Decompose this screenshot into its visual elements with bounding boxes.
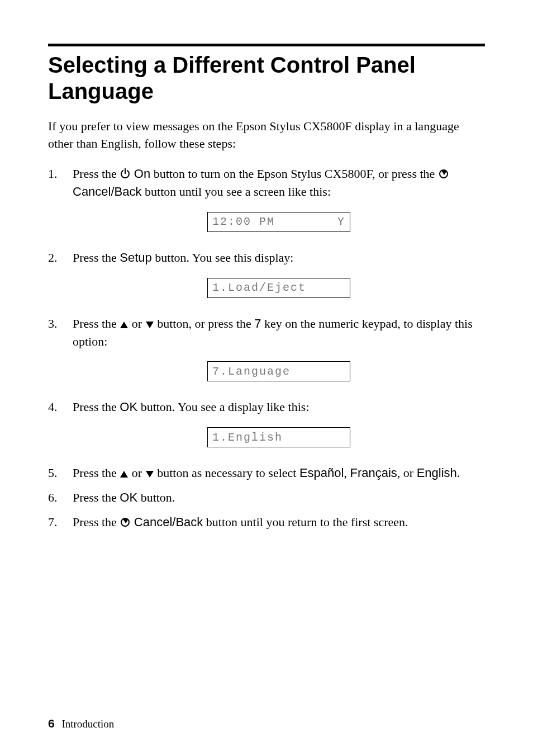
cancel-back-icon (121, 518, 130, 527)
step-text: or (129, 316, 145, 330)
down-arrow-icon (146, 471, 154, 478)
step-text: button, or press the (154, 316, 255, 330)
step-7: 7. Press the Cancel/Back button until yo… (73, 513, 485, 531)
up-arrow-icon (120, 322, 128, 328)
lcd-text: 7.Language (212, 363, 291, 380)
lcd-text: 1.Load/Eject (212, 280, 306, 296)
step-number: 6. (48, 489, 58, 507)
key-7-label: 7 (254, 316, 261, 330)
lcd-display-4: 1.English (207, 427, 350, 447)
up-arrow-icon (120, 471, 128, 478)
step-number: 7. (48, 513, 58, 531)
step-text: button until you return to the first scr… (203, 515, 408, 529)
lcd-display-2: 1.Load/Eject (207, 278, 350, 298)
cancel-back-button-label: Cancel/Back (134, 515, 203, 529)
lcd-text-left: 12:00 PM (212, 214, 275, 230)
step-text: button. You see this display: (152, 251, 294, 264)
step-text: Press the (73, 400, 120, 414)
step-text: button. You see a display like this: (137, 400, 309, 414)
ok-button-label: OK (120, 490, 137, 504)
step-4: 4. Press the OK button. You see a displa… (73, 398, 485, 447)
step-text: button to turn on the Epson Stylus CX580… (150, 167, 438, 181)
step-text: Press the (73, 515, 120, 529)
step-number: 4. (48, 398, 58, 416)
step-number: 3. (48, 315, 58, 333)
step-text: Press the (73, 167, 120, 181)
step-text: or (129, 466, 145, 480)
step-6: 6. Press the OK button. (73, 489, 485, 507)
cancel-back-button-label: Cancel/Back (73, 185, 142, 199)
step-1: 1. Press the On button to turn on the Ep… (73, 165, 485, 232)
step-text: button as necessary to select (154, 466, 299, 480)
english-option: English (417, 466, 457, 480)
francais-option: Français (350, 466, 397, 480)
page-number: 6 (48, 717, 55, 730)
lcd-display-1: 12:00 PM Y (207, 212, 350, 232)
lcd-display-3: 7.Language (207, 361, 350, 381)
ok-button-label: OK (120, 400, 137, 414)
on-button-label: On (134, 167, 150, 181)
cancel-back-icon (439, 169, 448, 178)
lcd-text: 1.English (212, 429, 283, 446)
section-name: Introduction (61, 718, 114, 730)
step-text: Press the (73, 490, 120, 504)
step-text: Press the (73, 316, 120, 330)
step-3: 3. Press the or button, or press the 7 k… (73, 315, 485, 382)
step-text: . (457, 466, 460, 480)
espanol-option: Español (299, 466, 344, 480)
step-text: , (344, 466, 350, 480)
step-text: Press the (73, 466, 120, 480)
steps-list: 1. Press the On button to turn on the Ep… (48, 165, 485, 531)
step-5: 5. Press the or button as necessary to s… (73, 464, 485, 482)
step-number: 5. (48, 464, 58, 482)
horizontal-rule (48, 44, 485, 46)
intro-paragraph: If you prefer to view messages on the Ep… (48, 118, 485, 153)
page-footer: 6 Introduction (48, 717, 114, 730)
page-heading: Selecting a Different Control Panel Lang… (48, 52, 485, 105)
power-icon (121, 169, 130, 178)
down-arrow-icon (146, 322, 154, 328)
step-text: button until you see a screen like this: (142, 185, 331, 199)
step-text: button. (137, 490, 175, 504)
setup-button-label: Setup (120, 251, 152, 264)
step-2: 2. Press the Setup button. You see this … (73, 249, 485, 298)
lcd-text-right: Y (337, 214, 345, 230)
step-number: 2. (48, 249, 58, 267)
step-number: 1. (48, 165, 58, 183)
step-text: Press the (73, 251, 120, 264)
step-text: , or (397, 466, 417, 480)
